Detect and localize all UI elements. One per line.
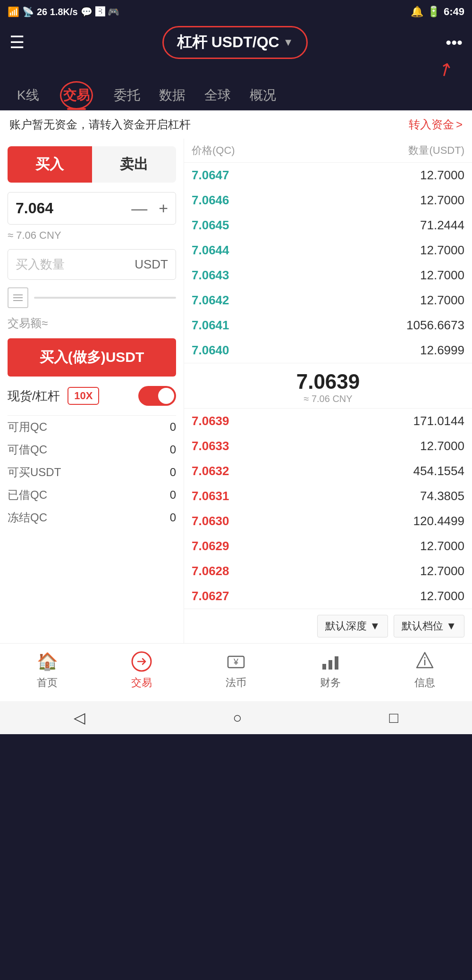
borrow-qc-label: 可借QC: [8, 442, 47, 457]
ask-row-1[interactable]: 7.0646 12.7000: [184, 188, 472, 213]
home-button[interactable]: ○: [233, 709, 242, 727]
bid-row-6[interactable]: 7.0628 12.7000: [184, 559, 472, 584]
status-left: 📶 📡 26 1.8K/s 💬 🅱 🎮: [8, 6, 119, 17]
slider-row[interactable]: [8, 287, 176, 308]
current-price-cny: ≈ 7.06 CNY: [192, 394, 464, 404]
borrowed-qc-label: 已借QC: [8, 487, 47, 503]
quantity-placeholder: 买入数量: [16, 256, 135, 273]
menu-button[interactable]: ☰: [9, 33, 25, 52]
bid-row-2[interactable]: 7.0632 454.1554: [184, 459, 472, 484]
nav-home[interactable]: 🏠 首页: [36, 650, 59, 690]
system-nav: ◁ ○ □: [0, 701, 472, 734]
bid-row-1[interactable]: 7.0633 12.7000: [184, 434, 472, 459]
current-price: 7.0639: [192, 370, 464, 394]
recent-button[interactable]: □: [389, 709, 398, 727]
toggle-knob: [158, 388, 174, 404]
home-icon: 🏠: [36, 650, 59, 673]
sell-button[interactable]: 卖出: [92, 146, 177, 183]
fiat-label: 法币: [226, 676, 246, 690]
tab-data[interactable]: 数据: [150, 80, 195, 110]
leverage-toggle[interactable]: [138, 386, 176, 406]
nav-finance[interactable]: 财务: [319, 650, 342, 690]
trade-icon: [130, 650, 153, 673]
finance-icon: [319, 650, 342, 673]
more-button[interactable]: •••: [446, 34, 463, 52]
bid-row-3[interactable]: 7.0631 74.3805: [184, 484, 472, 509]
leverage-badge[interactable]: 10X: [67, 387, 99, 405]
ask-row-0[interactable]: 7.0647 12.7000: [184, 163, 472, 188]
nav-info[interactable]: 信息: [413, 650, 436, 690]
nav-trade[interactable]: 交易: [130, 650, 153, 690]
home-label: 首页: [37, 676, 58, 690]
tab-global[interactable]: 全球: [195, 80, 240, 110]
bid-row-4[interactable]: 7.0630 120.4499: [184, 509, 472, 534]
info-icon: [413, 650, 436, 673]
price-minus-button[interactable]: —: [131, 199, 147, 218]
buy-usdt-value: 0: [170, 466, 176, 479]
ask-price-5: 7.0642: [192, 293, 229, 308]
price-header: 价格(QC): [192, 143, 235, 158]
ask-row-2[interactable]: 7.0645 71.2444: [184, 213, 472, 238]
level-button[interactable]: 默认档位 ▼: [394, 615, 464, 637]
trade-icon-svg: [131, 651, 152, 672]
tab-entrust[interactable]: 委托: [104, 80, 150, 110]
ask-qty-5: 12.7000: [420, 293, 464, 308]
nav-fiat[interactable]: ¥ 法币: [225, 650, 247, 690]
bid-price-3: 7.0631: [192, 489, 229, 503]
ask-row-5[interactable]: 7.0642 12.7000: [184, 288, 472, 313]
depth-button[interactable]: 默认深度 ▼: [317, 615, 388, 637]
price-input-row[interactable]: 7.064 — +: [8, 192, 176, 225]
bid-row-7[interactable]: 7.0627 12.7000: [184, 584, 472, 609]
nav-tabs: K线 交易 委托 数据 全球 概况: [0, 80, 472, 110]
available-qc-row: 可用QC 0: [8, 416, 176, 438]
buy-long-button[interactable]: 买入(做多)USDT: [8, 338, 176, 377]
ask-price-4: 7.0643: [192, 268, 229, 283]
status-bar: 📶 📡 26 1.8K/s 💬 🅱 🎮 🔔 🔋 6:49: [0, 0, 472, 24]
slider-track[interactable]: [34, 297, 176, 299]
bottom-nav: 🏠 首页 交易 ¥ 法币 财务: [0, 643, 472, 701]
bid-price-2: 7.0632: [192, 464, 229, 478]
buy-button[interactable]: 买入: [8, 146, 92, 183]
ask-row-3[interactable]: 7.0644 12.7000: [184, 238, 472, 263]
quantity-unit: USDT: [135, 257, 168, 272]
trade-amount-label: 交易额≈: [8, 316, 176, 331]
bid-row-0[interactable]: 7.0639 171.0144: [184, 409, 472, 434]
ask-qty-4: 12.7000: [420, 268, 464, 283]
svg-rect-5: [335, 656, 338, 670]
title-text: 杠杆 USDT/QC: [177, 32, 279, 53]
qty-header: 数量(USDT): [408, 143, 464, 158]
ask-row-7[interactable]: 7.0640 12.6999: [184, 338, 472, 363]
ask-price-0: 7.0647: [192, 168, 229, 183]
ask-qty-3: 12.7000: [420, 243, 464, 258]
ask-qty-0: 12.7000: [420, 168, 464, 183]
bid-price-0: 7.0639: [192, 414, 229, 428]
frozen-qc-label: 冻结QC: [8, 510, 47, 525]
tab-overview[interactable]: 概况: [240, 80, 286, 110]
back-button[interactable]: ◁: [74, 709, 85, 727]
header: ☰ 杠杆 USDT/QC ▼ •••: [0, 24, 472, 61]
quantity-input-row[interactable]: 买入数量 USDT: [8, 249, 176, 280]
buy-usdt-label: 可买USDT: [8, 465, 61, 480]
price-value: 7.064: [16, 200, 131, 217]
price-plus-button[interactable]: +: [159, 199, 168, 218]
frozen-qc-row: 冻结QC 0: [8, 506, 176, 529]
ask-price-7: 7.0640: [192, 343, 229, 358]
slider-handle[interactable]: [8, 287, 28, 308]
available-qc-value: 0: [170, 420, 176, 434]
ask-row-6[interactable]: 7.0641 1056.6673: [184, 313, 472, 338]
bid-qty-4: 120.4499: [413, 514, 464, 528]
tab-trade[interactable]: 交易: [49, 80, 104, 110]
depth-dropdown-arrow: ▼: [370, 620, 380, 632]
ask-row-4[interactable]: 7.0643 12.7000: [184, 263, 472, 288]
leverage-label: 现货/杠杆: [8, 388, 60, 404]
transfer-button[interactable]: 转入资金 >: [409, 117, 463, 132]
fiat-icon: ¥: [225, 650, 247, 673]
bid-row-5[interactable]: 7.0629 12.7000: [184, 534, 472, 559]
current-price-block: 7.0639 ≈ 7.06 CNY: [184, 363, 472, 409]
fiat-icon-svg: ¥: [225, 651, 247, 672]
frozen-qc-value: 0: [170, 511, 176, 524]
depth-controls: 默认深度 ▼ 默认档位 ▼: [184, 609, 472, 643]
market-title[interactable]: 杠杆 USDT/QC ▼: [162, 26, 308, 59]
tab-kline[interactable]: K线: [8, 80, 49, 110]
buy-sell-row: 买入 卖出: [8, 146, 176, 183]
